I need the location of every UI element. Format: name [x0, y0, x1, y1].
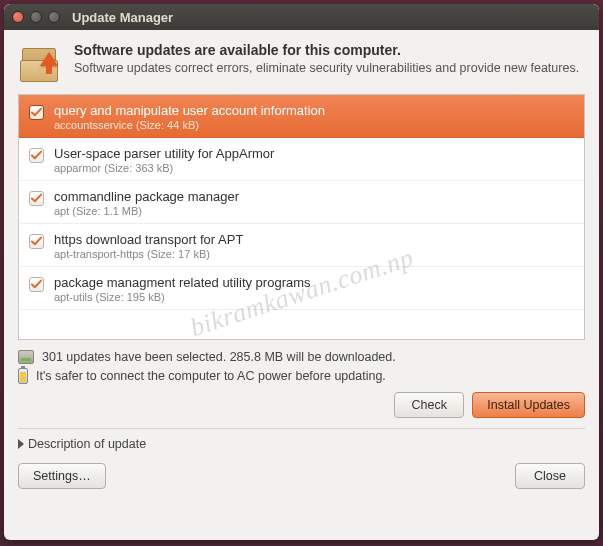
update-row[interactable]: User-space parser utility for AppArmorap… [19, 138, 584, 181]
content-area: Software updates are available for this … [4, 30, 599, 540]
update-labels: User-space parser utility for AppArmorap… [54, 146, 274, 174]
settings-button[interactable]: Settings… [18, 463, 106, 489]
maximize-window-button[interactable] [48, 11, 60, 23]
update-manager-window: Update Manager Software updates are avai… [4, 4, 599, 540]
battery-icon [18, 368, 28, 384]
triangle-right-icon [18, 439, 24, 449]
update-row[interactable]: package managment related utility progra… [19, 267, 584, 310]
update-checkbox[interactable] [29, 191, 44, 206]
check-button[interactable]: Check [394, 392, 464, 418]
update-row[interactable]: https download transport for APTapt-tran… [19, 224, 584, 267]
package-update-icon [18, 42, 62, 86]
update-checkbox[interactable] [29, 105, 44, 120]
footer: Settings… Close [18, 463, 585, 489]
header-text: Software updates are available for this … [74, 42, 579, 86]
update-sub: apt-utils (Size: 195 kB) [54, 291, 311, 303]
update-row[interactable]: commandline package managerapt (Size: 1.… [19, 181, 584, 224]
status-power-text: It's safer to connect the computer to AC… [36, 369, 386, 383]
update-labels: package managment related utility progra… [54, 275, 311, 303]
titlebar: Update Manager [4, 4, 599, 30]
update-sub: apt-transport-https (Size: 17 kB) [54, 248, 243, 260]
header: Software updates are available for this … [18, 42, 585, 86]
update-title: https download transport for APT [54, 232, 243, 247]
status-power: It's safer to connect the computer to AC… [18, 368, 585, 384]
updates-list: query and manipulate user account inform… [18, 94, 585, 340]
window-title: Update Manager [72, 10, 173, 25]
expander-label: Description of update [28, 437, 146, 451]
close-window-button[interactable] [12, 11, 24, 23]
update-sub: apparmor (Size: 363 kB) [54, 162, 274, 174]
update-labels: commandline package managerapt (Size: 1.… [54, 189, 239, 217]
disk-icon [18, 350, 34, 364]
header-sub: Software updates correct errors, elimina… [74, 60, 579, 77]
update-labels: query and manipulate user account inform… [54, 103, 325, 131]
update-labels: https download transport for APTapt-tran… [54, 232, 243, 260]
minimize-window-button[interactable] [30, 11, 42, 23]
update-sub: apt (Size: 1.1 MB) [54, 205, 239, 217]
updates-scroll[interactable]: query and manipulate user account inform… [19, 95, 584, 339]
update-title: package managment related utility progra… [54, 275, 311, 290]
separator [18, 428, 585, 429]
install-updates-button[interactable]: Install Updates [472, 392, 585, 418]
close-button[interactable]: Close [515, 463, 585, 489]
update-title: commandline package manager [54, 189, 239, 204]
update-sub: accountsservice (Size: 44 kB) [54, 119, 325, 131]
action-buttons: Check Install Updates [18, 392, 585, 418]
window-controls [12, 11, 60, 23]
update-checkbox[interactable] [29, 148, 44, 163]
update-checkbox[interactable] [29, 234, 44, 249]
header-heading: Software updates are available for this … [74, 42, 579, 58]
update-checkbox[interactable] [29, 277, 44, 292]
update-row[interactable]: query and manipulate user account inform… [19, 95, 584, 138]
status-selection: 301 updates have been selected. 285.8 MB… [18, 350, 585, 364]
update-title: query and manipulate user account inform… [54, 103, 325, 118]
update-title: User-space parser utility for AppArmor [54, 146, 274, 161]
description-expander[interactable]: Description of update [18, 437, 585, 451]
status-count-text: 301 updates have been selected. 285.8 MB… [42, 350, 396, 364]
